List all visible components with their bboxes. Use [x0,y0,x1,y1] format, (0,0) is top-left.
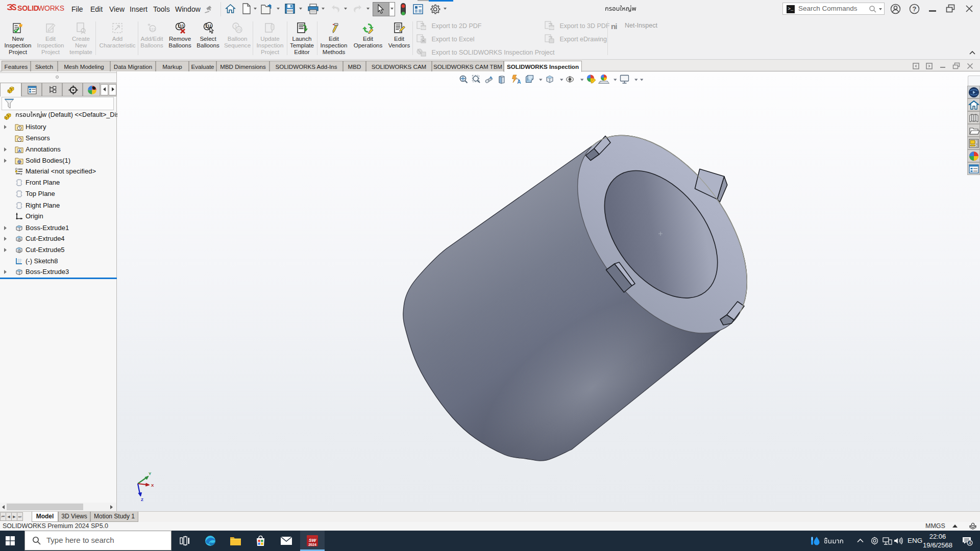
svg-text:A: A [517,79,521,85]
svg-text:w (Default) <<Default>_Displ: w (Default) <<Default>_Displ [41,111,117,118]
svg-text:WORKS: WORKS [38,4,64,12]
svg-text:?: ? [913,5,917,13]
svg-text:111: 111 [177,23,184,29]
svg-text:Z: Z [141,497,143,502]
svg-text:PDF: PDF [549,27,555,30]
svg-text:2024: 2024 [308,543,316,546]
svg-text:4: 4 [969,540,971,545]
svg-text:SW: SW [309,538,317,543]
svg-text:Y: Y [149,471,152,476]
svg-text:PDF: PDF [421,27,427,30]
svg-text:23: 23 [237,28,241,32]
svg-text:111: 111 [149,27,156,32]
svg-text:SOLID: SOLID [17,4,39,12]
svg-text:X: X [151,483,154,488]
svg-text:111: 111 [205,23,212,29]
